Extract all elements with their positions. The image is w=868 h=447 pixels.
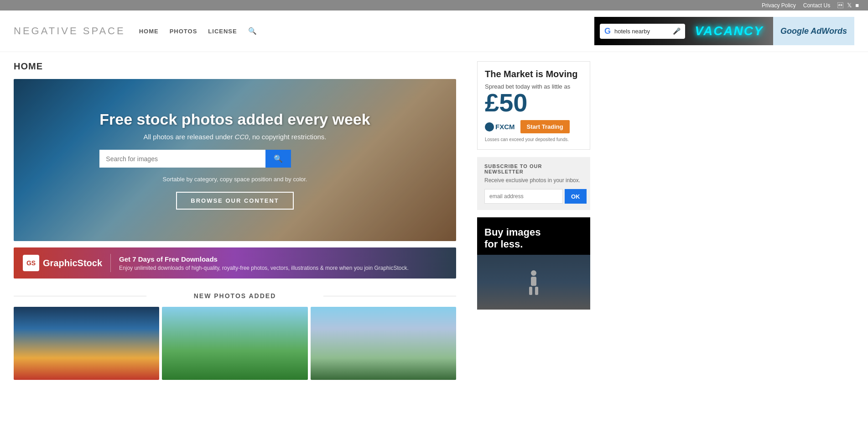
adwords-text: Google AdWords: [773, 17, 854, 45]
buy-images-title: Buy images for less.: [477, 217, 590, 255]
nav-home[interactable]: HOME: [139, 28, 159, 35]
sidebar-ad-buy-images[interactable]: Buy images for less.: [477, 217, 590, 310]
contact-us-link[interactable]: Contact Us: [803, 2, 830, 9]
svg-rect-2: [529, 287, 532, 295]
newsletter-subtitle: Receive exclusive photos in your inbox.: [484, 177, 583, 184]
facebook-icon[interactable]: : [837, 2, 843, 9]
nav-license[interactable]: LICENSE: [208, 28, 237, 35]
new-photos-title: NEW PHOTOS ADDED: [14, 292, 456, 300]
nav-photos[interactable]: PHOTOS: [170, 28, 198, 35]
sidebar: The Market is Moving Spread bet today wi…: [470, 52, 598, 389]
photo-plants[interactable]: [311, 307, 456, 380]
main-nav: HOME PHOTOS LICENSE 🔍: [139, 27, 257, 35]
fxcm-logo-icon: [485, 122, 494, 131]
fxcm-logo-text: FXCM: [495, 123, 515, 131]
svg-point-0: [531, 270, 536, 276]
browse-content-button[interactable]: BROWSE OUR CONTENT: [176, 192, 293, 210]
newsletter-email-input[interactable]: [484, 189, 563, 204]
losses-note: Losses can exceed your deposited funds.: [485, 137, 582, 142]
search-icon[interactable]: 🔍: [248, 27, 257, 35]
site-logo[interactable]: NEGATIVE SPACE: [14, 25, 125, 37]
graphicstock-banner[interactable]: GS GraphicStock Get 7 Days of Free Downl…: [14, 247, 456, 279]
svg-rect-3: [535, 287, 538, 295]
twitter-icon[interactable]: 𝕏: [847, 2, 852, 9]
graphicstock-logo-text: GraphicStock: [43, 258, 102, 268]
newsletter-title: SUBSCRIBE TO OUR NEWSLETTER: [484, 163, 583, 174]
ad-vacancy-area: VACANCY: [685, 24, 773, 38]
pound-amount: £50: [485, 90, 582, 116]
buy-images-figure-icon: [525, 268, 543, 296]
gs-divider: [110, 254, 111, 272]
instagram-icon[interactable]: ■: [855, 2, 859, 9]
header: NEGATIVE SPACE HOME PHOTOS LICENSE 🔍 G h…: [0, 11, 868, 52]
new-photos-section: NEW PHOTOS ADDED: [14, 292, 456, 380]
buy-images-title-line2: for less.: [484, 238, 523, 250]
hero-search-button[interactable]: 🔍: [265, 150, 291, 168]
photos-grid: [14, 307, 456, 380]
graphicstock-icon: GS: [23, 255, 39, 271]
fxcm-row: FXCM Start Trading: [485, 120, 582, 133]
hero-content: Free stock photos added every week All p…: [99, 110, 370, 210]
start-trading-button[interactable]: Start Trading: [520, 120, 570, 133]
vacancy-text: VACANCY: [695, 24, 763, 38]
privacy-policy-link[interactable]: Privacy Policy: [762, 2, 796, 9]
ad-search-text: hotels nearby: [614, 28, 669, 35]
page-title: HOME: [14, 61, 456, 72]
graphicstock-logo: GS GraphicStock: [23, 255, 102, 271]
photo-grass[interactable]: [162, 307, 307, 380]
hero-subtitle-post: , no copyright restrictions.: [249, 133, 327, 141]
photo-sunset[interactable]: [14, 307, 159, 380]
newsletter-card: SUBSCRIBE TO OUR NEWSLETTER Receive excl…: [477, 157, 590, 210]
graphicstock-title: Get 7 Days of Free Downloads: [119, 255, 409, 263]
ad-google-search: G hotels nearby 🎤: [600, 24, 685, 39]
graphicstock-text: Get 7 Days of Free Downloads Enjoy unlim…: [119, 255, 409, 271]
main-layout: HOME Free stock photos added every week …: [0, 52, 868, 389]
social-icons:  𝕏 ■: [837, 2, 859, 9]
newsletter-form: OK: [484, 189, 583, 204]
buy-images-title-line1: Buy images: [484, 226, 541, 238]
newsletter-ok-button[interactable]: OK: [565, 189, 587, 204]
mic-icon: 🎤: [673, 27, 681, 35]
hero-title: Free stock photos added every week: [99, 110, 370, 128]
hero-search-input[interactable]: [99, 150, 265, 168]
market-ad-subtitle: Spread bet today with as little as £50: [485, 83, 582, 116]
hero-search-bar: 🔍: [99, 150, 291, 168]
market-ad-title: The Market is Moving: [485, 69, 582, 79]
header-ad-banner: G hotels nearby 🎤 VACANCY Google AdWords: [594, 17, 854, 45]
graphicstock-subtitle: Enjoy unlimited downloads of high-qualit…: [119, 265, 409, 271]
sidebar-ad-market: The Market is Moving Spread bet today wi…: [477, 61, 590, 150]
content-area: HOME Free stock photos added every week …: [0, 52, 470, 389]
buy-images-image-area: [477, 255, 590, 310]
hero-banner: Free stock photos added every week All p…: [14, 79, 456, 241]
top-bar: Privacy Policy Contact Us  𝕏 ■: [0, 0, 868, 11]
google-logo: G: [604, 26, 611, 36]
hero-subtitle: All photos are released under CC0, no co…: [99, 133, 370, 141]
hero-subtitle-license: CC0: [235, 133, 249, 141]
hero-sortable-text: Sortable by category, copy space positio…: [99, 176, 370, 183]
fxcm-logo: FXCM: [485, 122, 515, 131]
svg-rect-1: [531, 277, 536, 286]
hero-subtitle-pre: All photos are released under: [143, 133, 234, 141]
